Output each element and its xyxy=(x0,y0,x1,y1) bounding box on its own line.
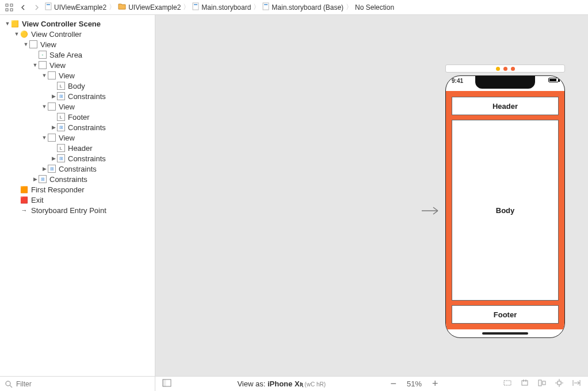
disclosure-triangle[interactable]: ▼ xyxy=(41,73,47,78)
exit-dock-icon[interactable] xyxy=(511,67,515,71)
status-time: 9:41 xyxy=(452,78,463,84)
label-icon: L xyxy=(56,112,66,122)
outline-row[interactable]: 🟧First Responder xyxy=(0,184,155,195)
device-preview[interactable]: 9:41 Header Body Footer xyxy=(445,75,565,338)
root-view[interactable]: Header Body Footer xyxy=(446,91,564,329)
constraints-icon: ⊞ xyxy=(56,154,66,163)
outline-label: Body xyxy=(68,82,85,90)
breadcrumb-item[interactable]: No Selection xyxy=(355,3,394,12)
battery-icon xyxy=(548,78,559,82)
breadcrumb-item[interactable]: Main.storyboard xyxy=(192,2,251,12)
forward-button[interactable] xyxy=(31,2,43,13)
label-icon: L xyxy=(56,81,66,90)
breadcrumb[interactable]: UIViewExample2〉UIViewExample2〉Main.story… xyxy=(45,2,394,12)
outline-row[interactable]: ▶⊞Constraints xyxy=(0,153,155,164)
exit-icon: 🟥 xyxy=(20,195,29,204)
breadcrumb-item[interactable]: UIViewExample2 xyxy=(118,3,181,12)
folder-icon xyxy=(118,3,126,12)
svg-rect-18 xyxy=(543,381,545,385)
outline-label: View xyxy=(59,71,75,80)
resolve-button[interactable] xyxy=(572,379,581,389)
footer-label[interactable]: Footer xyxy=(452,305,559,324)
outline-row[interactable]: ▼View xyxy=(0,39,155,50)
pin-button[interactable] xyxy=(555,379,564,389)
svg-rect-15 xyxy=(504,381,511,385)
firstresponder-dock-icon[interactable] xyxy=(503,67,507,71)
outline-label: Footer xyxy=(68,113,90,122)
outline-label: View Controller xyxy=(31,30,82,39)
disclosure-triangle[interactable]: ▶ xyxy=(41,166,47,172)
constraints-icon: ⊞ xyxy=(38,174,47,184)
view-icon xyxy=(29,40,38,49)
outline-label: Storyboard Entry Point xyxy=(31,206,106,215)
disclosure-triangle[interactable]: ▶ xyxy=(51,93,56,99)
header-label[interactable]: Header xyxy=(452,97,559,115)
outline-label: View xyxy=(40,40,56,49)
view-icon xyxy=(38,60,47,70)
outline-row[interactable]: ▼🟡View Controller xyxy=(0,29,155,39)
disclosure-triangle[interactable]: ▼ xyxy=(14,31,20,37)
storyboard-canvas[interactable]: 9:41 Header Body Footer xyxy=(155,15,588,376)
embed-button[interactable] xyxy=(520,379,529,389)
scene-icon: 🟨 xyxy=(10,19,20,28)
disclosure-triangle[interactable]: ▶ xyxy=(51,155,56,161)
outline-label: Constraints xyxy=(68,92,106,101)
outline-row[interactable]: ▶⊞Constraints xyxy=(0,164,155,174)
disclosure-triangle[interactable]: ▶ xyxy=(32,176,38,182)
view-as-button[interactable]: View as: iPhone Xʀ (wC hR) xyxy=(237,379,326,388)
align-button[interactable] xyxy=(537,379,547,389)
outline-row[interactable]: LHeader xyxy=(0,143,155,153)
disclosure-triangle[interactable]: ▶ xyxy=(51,124,56,130)
svg-rect-19 xyxy=(558,381,561,385)
hide-outline-button[interactable] xyxy=(162,379,173,389)
zoom-value[interactable]: 51% xyxy=(407,379,422,388)
outline-row[interactable]: ▶⊞Constraints xyxy=(0,122,155,132)
disclosure-triangle[interactable]: ▼ xyxy=(5,21,10,26)
outline-label: First Responder xyxy=(31,185,84,194)
outline-row[interactable]: 🟥Exit xyxy=(0,195,155,205)
outline-row[interactable]: ▼🟨View Controller Scene xyxy=(0,18,155,29)
svg-rect-16 xyxy=(522,381,528,385)
svg-rect-9 xyxy=(264,4,268,5)
breadcrumb-item[interactable]: Main.storyboard (Base) xyxy=(262,2,343,12)
outline-label: Constraints xyxy=(49,175,87,184)
outline-label: View Controller Scene xyxy=(22,20,101,28)
outline-row[interactable]: →Storyboard Entry Point xyxy=(0,205,155,215)
document-outline[interactable]: ▼🟨View Controller Scene▼🟡View Controller… xyxy=(0,15,155,376)
body-label[interactable]: Body xyxy=(452,120,559,301)
svg-rect-1 xyxy=(10,4,13,6)
outline-row[interactable]: LFooter xyxy=(0,112,155,122)
vc-dock-icon[interactable] xyxy=(496,67,500,71)
filter-input[interactable] xyxy=(16,380,150,388)
back-button[interactable] xyxy=(17,2,29,13)
view-icon xyxy=(47,102,56,111)
scene-dock[interactable] xyxy=(445,64,565,73)
vc-icon: 🟡 xyxy=(20,29,29,39)
disclosure-triangle[interactable]: ▼ xyxy=(32,62,38,68)
home-indicator xyxy=(482,332,528,335)
label-icon: L xyxy=(56,143,66,153)
outline-row[interactable]: ▼View xyxy=(0,132,155,143)
zoom-out-button[interactable]: − xyxy=(390,378,396,390)
outline-row[interactable]: LBody xyxy=(0,81,155,91)
svg-rect-2 xyxy=(6,9,8,11)
related-items-button[interactable] xyxy=(3,2,15,13)
disclosure-triangle[interactable]: ▼ xyxy=(23,41,29,47)
outline-row[interactable]: ▶⊞Constraints xyxy=(0,91,155,101)
disclosure-triangle[interactable]: ▼ xyxy=(41,104,47,109)
svg-rect-8 xyxy=(263,3,269,10)
disclosure-triangle[interactable]: ▼ xyxy=(41,135,47,141)
outline-row[interactable]: ▶⊞Constraints xyxy=(0,174,155,184)
storyboard-icon xyxy=(262,2,269,12)
outline-row[interactable]: ▼View xyxy=(0,70,155,81)
outline-label: Constraints xyxy=(59,165,97,173)
outline-label: Exit xyxy=(31,196,44,204)
zoom-in-button[interactable]: + xyxy=(432,378,438,390)
auto-layout-issues-button[interactable] xyxy=(503,379,512,389)
outline-row[interactable]: ▫Safe Area xyxy=(0,50,155,60)
breadcrumb-item[interactable]: UIViewExample2 xyxy=(45,2,106,12)
svg-rect-5 xyxy=(47,4,50,5)
outline-row[interactable]: ▼View xyxy=(0,101,155,112)
outline-label: Constraints xyxy=(68,123,106,132)
outline-row[interactable]: ▼View xyxy=(0,60,155,70)
